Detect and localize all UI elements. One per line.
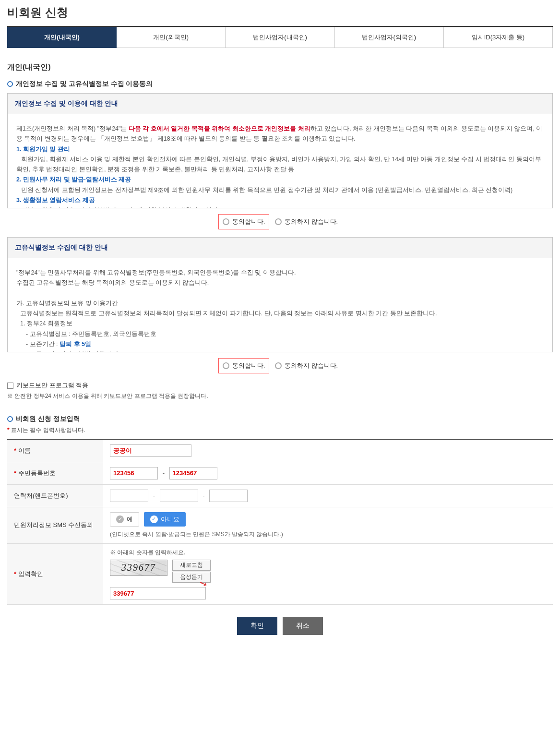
applicant-type-tabs: 개인(내국인) 개인(외국인) 법인사업자(내국인) 법인사업자(외국인) 임시… [7,27,553,48]
check-icon: ✓ [150,515,158,523]
rrn-label: *주민등록번호 [7,462,103,484]
uid-panel: 고유식별정보 수집에 대한 안내 "정부24"는 민원사무처리를 위해 고유식별… [7,237,553,352]
privacy-panel-title: 개인정보 수집 및 이용에 대한 안내 [8,94,552,114]
applicant-form: *이름 *주민등록번호 - 연락처(핸드폰번호) - - 민원처리정보 SMS … [7,439,553,605]
privacy-item2-h: 2. 민원사무 처리 및 발급·열람서비스 제공 [16,176,131,183]
captcha-refresh-button[interactable]: 새로고침 [172,560,211,571]
dash-icon: - [153,492,155,499]
rrn-input-1[interactable] [110,467,158,479]
tab-foreign-corp[interactable]: 법인사업자(외국인) [335,27,444,48]
privacy-item1-d: 회원가입, 회원제 서비스 이용 및 제한적 본인 확인절차에 따른 본인확인,… [16,155,544,175]
captcha-label: *입력확인 [7,543,103,605]
sms-yes-button[interactable]: ✓예 [110,512,139,527]
uid-disagree-radio[interactable]: 동의하지 않습니다. [271,359,342,373]
privacy-article-text: 제1조(개인정보의 처리 목적) "정부24"는 [16,125,129,132]
privacy-item3-d: 정부24 회원의 경우, 전자정부법 제9조의2에 의한 본인의 생활정보 열람 [16,205,544,208]
cancel-button[interactable]: 취소 [283,617,323,635]
sms-note: (인터넷으로 즉시 열람·발급되는 민원은 SMS가 발송되지 않습니다.) [110,530,546,539]
privacy-panel: 개인정보 수집 및 이용에 대한 안내 제1조(개인정보의 처리 목적) "정부… [7,93,553,208]
uid-li1c: - 보존근거 : 전자정부법 시행령 제90조 [16,349,544,352]
uid-line1: "정부24"는 민원사무처리를 위해 고유식별정보(주민등록번호, 외국인등록번… [16,268,544,278]
page-title: 비회원 신청 [7,5,553,27]
uid-agree-radio[interactable]: 동의합니다. [218,358,270,373]
dash-icon: - [203,492,204,499]
captcha-hint: ※ 아래의 숫자를 입력하세요. [110,549,546,557]
uid-li1a: - 고유식별정보 : 주민등록번호, 외국인등록번호 [16,329,544,339]
confirm-button[interactable]: 확인 [237,617,277,635]
tab-domestic-person[interactable]: 개인(내국인) [7,27,117,48]
radio-icon [223,218,229,225]
checkbox-icon [7,383,13,389]
privacy-item2-d: 민원 신청서에 포함된 개인정보는 전자정부법 제9조에 의한 민원사무 처리를… [16,185,544,195]
privacy-disagree-radio[interactable]: 동의하지 않습니다. [271,215,342,229]
captcha-image: 339677 [110,560,167,576]
form-heading: 비회원 신청 정보입력 [7,415,553,423]
consent-heading: 개인정보 수집 및 고유식별정보 수집 이용동의 [7,80,553,88]
uid-sec-d: 고유식별정보는 원칙적으로 고유식별정보의 처리목적이 달성되면 지체없이 파기… [16,309,544,319]
uid-li1: 1. 정부24 회원정보 [16,319,544,329]
required-note: * 표시는 필수 입력사항입니다. [7,426,553,434]
section-individual-title: 개인(내국인) [7,62,553,72]
tab-temp-id[interactable]: 임시ID(3자제출 등) [444,27,553,48]
sms-no-button[interactable]: ✓아니요 [144,512,186,527]
uid-line2: 수집된 고유식별정보는 해당 목적이외의 용도로는 이용되지 않습니다. [16,278,544,288]
sms-label: 민원처리정보 SMS 수신동의 [7,507,103,543]
keyboard-sec-checkbox[interactable]: 키보드보안 프로그램 적용 [7,381,88,390]
phone-label: 연락처(핸드폰번호) [7,484,103,507]
privacy-agree-radio[interactable]: 동의합니다. [218,214,270,229]
name-label: *이름 [7,439,103,462]
phone-input-1[interactable] [110,490,148,502]
uid-sec-h: 가. 고유식별정보의 보유 및 이용기간 [16,299,544,309]
captcha-input[interactable] [110,587,206,599]
privacy-item3-h: 3. 생활정보 열람서비스 제공 [16,197,95,204]
privacy-item1-h: 1. 회원가입 및 관리 [16,146,70,153]
radio-icon [275,218,282,225]
radio-icon [223,362,229,369]
tab-foreign-person[interactable]: 개인(외국인) [117,27,226,48]
radio-icon [275,362,282,369]
phone-input-3[interactable] [209,490,248,502]
phone-input-2[interactable] [160,490,198,502]
uid-panel-body[interactable]: "정부24"는 민원사무처리를 위해 고유식별정보(주민등록번호, 외국인등록번… [8,258,552,352]
uid-panel-title: 고유식별정보 수집에 대한 안내 [8,238,552,258]
check-icon: ✓ [116,515,124,523]
tab-domestic-corp[interactable]: 법인사업자(내국인) [226,27,334,48]
keyboard-sec-note: ※ 안전한 정부24 서비스 이용을 위해 키보드보안 프로그램 적용을 권장합… [7,392,553,400]
uid-retention-bold: 탈퇴 후 5일 [60,341,91,348]
name-input[interactable] [110,444,191,457]
dash-icon: - [163,469,165,477]
privacy-article-emph: 다음 각 호에서 열거한 목적을 위하여 최소한으로 개인정보를 처리 [129,125,310,132]
privacy-panel-body[interactable]: 제1조(개인정보의 처리 목적) "정부24"는 다음 각 호에서 열거한 목적… [8,114,552,208]
rrn-input-2[interactable] [169,467,217,479]
